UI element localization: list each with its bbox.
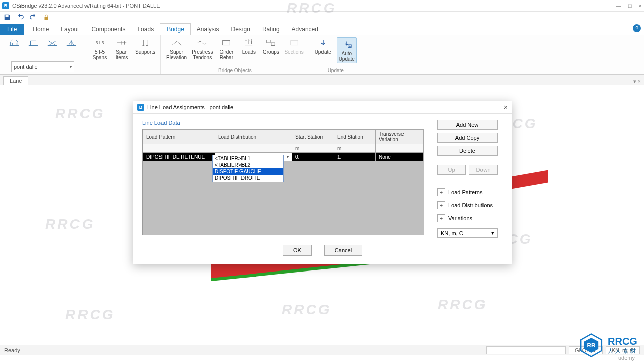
dropdown-option-highlighted[interactable]: DISPOTIF GAUCHE <box>213 168 283 175</box>
col-load-pattern[interactable]: Load Pattern <box>143 130 215 144</box>
spans-button[interactable]: 5 I-55 I-5 Spans <box>91 37 108 60</box>
loads-button[interactable]: Loads <box>240 37 257 55</box>
undo-icon[interactable] <box>16 13 24 21</box>
expander-load-patterns[interactable]: +Load Patterns <box>437 188 498 196</box>
svg-text:A: A <box>349 45 351 48</box>
watermark: RRCG <box>55 106 105 122</box>
line-load-assignments-dialog: B Line Load Assignments - pont dalle × L… <box>133 101 512 264</box>
sections-button[interactable]: Sections <box>284 37 303 55</box>
window-title: CSiBridge v23.2.0 Advanced w/Rating 64-b… <box>12 3 160 9</box>
combo-value: pont dalle <box>14 64 38 70</box>
status-units[interactable]: KN, m, C <box>606 346 640 354</box>
status-text: Ready <box>4 347 20 353</box>
col-load-distribution[interactable]: Load Distribution <box>215 130 292 144</box>
groups-button[interactable]: Groups <box>262 37 279 55</box>
chevron-down-icon: ▾ <box>287 155 289 159</box>
delete-button[interactable]: Delete <box>437 146 498 156</box>
cell-transverse-variation[interactable]: None <box>376 153 424 161</box>
group-label-bridge-objects: Bridge Objects <box>218 67 252 73</box>
units-combo[interactable]: KN, m, C ▾ <box>437 228 498 238</box>
chevron-down-icon: ▾ <box>70 65 72 69</box>
col-start-station[interactable]: Start Station <box>292 130 334 144</box>
title-bar: B CSiBridge v23.2.0 Advanced w/Rating 64… <box>0 0 644 12</box>
tab-home[interactable]: Home <box>27 24 55 35</box>
svg-rect-1 <box>223 40 230 45</box>
plus-icon: + <box>437 188 445 196</box>
dropdown-option[interactable]: <TABLIER>BL2 <box>213 162 283 168</box>
ok-button[interactable]: OK <box>283 245 312 256</box>
window-maximize[interactable]: □ <box>628 3 632 9</box>
up-button: Up <box>437 165 466 175</box>
window-minimize[interactable]: — <box>616 3 621 9</box>
file-tab[interactable]: File <box>0 24 24 35</box>
app-icon: B <box>2 2 9 9</box>
bridge-object-combo[interactable]: pont dalle ▾ <box>11 61 74 72</box>
plus-icon: + <box>437 201 445 209</box>
dialog-close-button[interactable]: × <box>504 103 508 111</box>
col-transverse-variation[interactable]: Transverse Variation <box>376 130 424 144</box>
cell-end-station[interactable]: 1. <box>334 153 376 161</box>
bridge-tool-1[interactable] <box>6 37 23 48</box>
status-bar: Ready GLOBAL KN, m, C <box>0 345 644 355</box>
col-end-station[interactable]: End Station <box>334 130 376 144</box>
watermark: RRCG <box>438 297 487 313</box>
line-load-grid[interactable]: Load Pattern Load Distribution Start Sta… <box>142 129 424 235</box>
auto-update-button[interactable]: AAuto Update <box>337 37 357 63</box>
update-button[interactable]: Update <box>314 37 332 55</box>
watermark: RRCG <box>65 307 115 323</box>
group-label-update: Update <box>328 67 344 73</box>
viewport[interactable]: RRCG RRCG RRCG RRCG RRCG RRCG RRCG RRCG … <box>0 85 644 345</box>
quick-access-toolbar <box>0 12 644 23</box>
watermark: RRCG <box>45 216 95 232</box>
doc-tab-controls[interactable]: ▾ × <box>633 78 644 85</box>
bridge-tool-4[interactable] <box>63 37 80 48</box>
udemy-watermark: udemy <box>618 355 635 361</box>
svg-text:5 I-5: 5 I-5 <box>96 41 104 45</box>
expander-load-distributions[interactable]: +Load Distributions <box>437 201 498 209</box>
down-button: Down <box>469 165 498 175</box>
dialog-titlebar: B Line Load Assignments - pont dalle × <box>133 101 512 114</box>
ribbon: pont dalle ▾ 5 I-55 I-5 Spans Span Items… <box>0 35 644 75</box>
tab-loads[interactable]: Loads <box>131 24 160 35</box>
dropdown-option[interactable]: DIPOSITIF DROITE <box>213 175 283 182</box>
svg-rect-2 <box>267 40 270 43</box>
bridge-tool-3[interactable] <box>44 37 61 48</box>
lock-icon[interactable] <box>42 13 50 21</box>
prestress-tendons-button[interactable]: Prestress Tendons <box>192 37 213 60</box>
tab-rating[interactable]: Rating <box>256 24 286 35</box>
app-icon: B <box>137 104 144 111</box>
window-close[interactable]: × <box>639 3 642 9</box>
status-coord-system[interactable]: GLOBAL <box>569 346 603 354</box>
watermark: RRCG <box>282 302 331 318</box>
chevron-down-icon: ▾ <box>491 230 494 236</box>
supports-button[interactable]: Supports <box>135 37 155 55</box>
dropdown-option[interactable]: <TABLIER>BL1 <box>213 155 283 162</box>
bridge-tool-2[interactable] <box>25 37 42 48</box>
plus-icon: + <box>437 214 445 222</box>
dialog-title: Line Load Assignments - pont dalle <box>147 104 233 110</box>
load-distribution-dropdown[interactable]: <TABLIER>BL1 <TABLIER>BL2 DISPOTIF GAUCH… <box>212 155 284 182</box>
cell-start-station[interactable]: 0. <box>292 153 334 161</box>
redo-icon[interactable] <box>29 13 37 21</box>
girder-rebar-button[interactable]: Girder Rebar <box>218 37 235 60</box>
tab-analysis[interactable]: Analysis <box>191 24 225 35</box>
cancel-button[interactable]: Cancel <box>324 245 362 256</box>
tab-components[interactable]: Components <box>85 24 131 35</box>
tab-bridge[interactable]: Bridge <box>160 23 191 35</box>
span-items-button[interactable]: Span Items <box>113 37 130 60</box>
add-copy-button[interactable]: Add Copy <box>437 133 498 143</box>
help-icon[interactable]: ? <box>633 24 641 32</box>
document-tabs: Lane ▾ × <box>0 75 644 85</box>
status-blank <box>486 346 566 354</box>
ribbon-tabs: File Home Layout Components Loads Bridge… <box>0 23 644 35</box>
add-new-button[interactable]: Add New <box>437 120 498 130</box>
doc-tab-lane[interactable]: Lane <box>3 76 28 85</box>
cell-load-pattern[interactable]: DIPOSITIF DE RETENUE <box>143 153 215 161</box>
save-icon[interactable] <box>3 13 11 21</box>
tab-design[interactable]: Design <box>225 24 256 35</box>
expander-variations[interactable]: +Variations <box>437 214 498 222</box>
super-elevation-button[interactable]: Super Elevation <box>166 37 187 60</box>
tab-layout[interactable]: Layout <box>55 24 85 35</box>
tab-advanced[interactable]: Advanced <box>286 24 325 35</box>
svg-rect-3 <box>271 43 275 46</box>
